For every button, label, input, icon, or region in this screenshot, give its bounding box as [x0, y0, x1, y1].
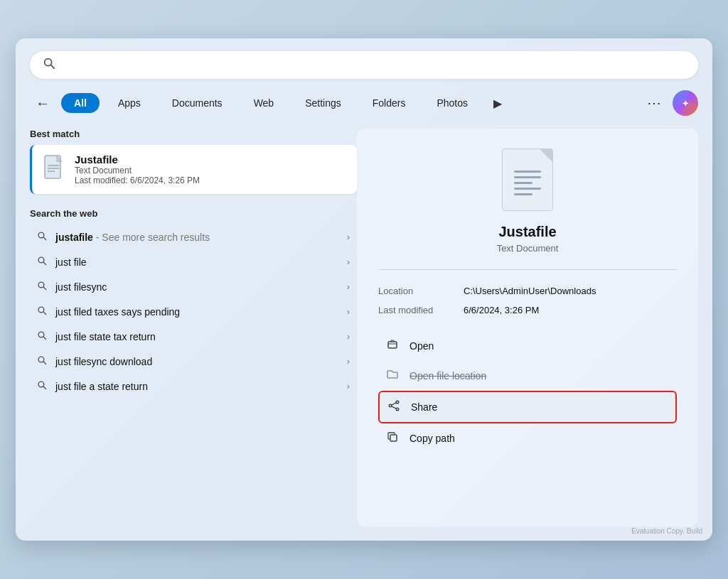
svg-line-11	[43, 262, 46, 265]
filter-web[interactable]: Web	[241, 93, 287, 113]
modified-label: Last modified	[378, 305, 449, 315]
web-item-3[interactable]: just filed taxes says pending ›	[30, 299, 357, 324]
action-open[interactable]: Open	[378, 331, 677, 361]
web-search-icon-4	[37, 330, 47, 342]
actions-list: Open Open file location Share	[378, 331, 677, 453]
web-search-icon-2	[37, 281, 47, 293]
detail-file-type: Text Document	[497, 243, 559, 254]
filter-bar: ← All Apps Documents Web Settings Folder…	[30, 90, 698, 116]
web-item-text-3: just filed taxes says pending	[55, 306, 338, 318]
file-line-1	[514, 171, 541, 173]
svg-point-25	[389, 404, 392, 407]
web-item-2[interactable]: just filesync ›	[30, 274, 357, 299]
best-match-title: Justafile	[75, 153, 200, 166]
web-search-icon-3	[37, 305, 47, 318]
svg-line-1	[51, 65, 55, 69]
modified-value: 6/6/2024, 3:26 PM	[464, 305, 539, 315]
svg-line-26	[392, 403, 397, 405]
web-item-text-4: just file state tax return	[55, 331, 338, 342]
play-button[interactable]: ▶	[486, 94, 509, 113]
file-line-3	[514, 182, 532, 184]
left-panel: Best match Justafile Text Document Last …	[30, 129, 357, 526]
web-item-1[interactable]: just file ›	[30, 249, 357, 274]
open-label: Open	[410, 340, 434, 352]
web-item-6[interactable]: just file a state return ›	[30, 374, 357, 399]
web-search-icon-0	[37, 231, 47, 243]
web-item-0[interactable]: justafile - See more search results ›	[30, 224, 357, 249]
web-search-icon-5	[37, 355, 47, 367]
search-icon	[43, 57, 55, 73]
filter-all[interactable]: All	[61, 93, 100, 113]
web-item-text-6: just file a state return	[55, 381, 338, 392]
filter-settings[interactable]: Settings	[292, 93, 354, 113]
web-item-text-0: justafile - See more search results	[55, 232, 338, 243]
location-label: Location	[378, 286, 449, 296]
filter-apps[interactable]: Apps	[105, 93, 154, 113]
action-copy-path[interactable]: Copy path	[378, 423, 677, 453]
svg-line-21	[43, 386, 46, 389]
best-match-item[interactable]: Justafile Text Document Last modified: 6…	[30, 145, 357, 194]
copy-path-label: Copy path	[410, 433, 455, 444]
chevron-icon-0: ›	[347, 232, 350, 242]
web-search-icon-6	[37, 380, 47, 392]
chevron-icon-2: ›	[347, 281, 350, 292]
file-lines	[514, 171, 541, 195]
chevron-icon-4: ›	[347, 331, 350, 342]
search-panel: justafile ← All Apps Documents Web Setti…	[16, 38, 712, 541]
detail-file-title: Justafile	[498, 224, 556, 240]
file-line-5	[514, 193, 532, 195]
svg-line-17	[43, 337, 46, 340]
web-search-section: Search the web justafile - See more sear…	[30, 208, 357, 399]
web-search-icon-1	[37, 256, 47, 268]
location-value: C:\Users\AdminUser\Downloads	[464, 286, 596, 296]
copy-icon	[385, 431, 400, 445]
main-content: Best match Justafile Text Document Last …	[30, 129, 698, 526]
chevron-icon-5: ›	[347, 356, 350, 367]
svg-rect-28	[390, 435, 397, 441]
web-search-label: Search the web	[30, 208, 357, 219]
filter-photos[interactable]: Photos	[424, 93, 481, 113]
file-line-2	[514, 176, 541, 178]
filter-folders[interactable]: Folders	[360, 93, 419, 113]
svg-point-24	[396, 408, 399, 411]
file-preview-icon	[502, 148, 553, 211]
file-details: Location C:\Users\AdminUser\Downloads La…	[378, 269, 677, 320]
best-match-label: Best match	[30, 129, 357, 139]
svg-point-23	[396, 401, 399, 404]
web-item-4[interactable]: just file state tax return ›	[30, 324, 357, 349]
detail-row-location: Location C:\Users\AdminUser\Downloads	[378, 281, 677, 301]
file-icon	[43, 154, 65, 185]
watermark-text: Evaluation Copy. Build	[631, 527, 702, 535]
web-item-text-1: just file	[55, 256, 338, 268]
svg-line-19	[43, 362, 46, 364]
search-input[interactable]: justafile	[63, 58, 685, 72]
file-line-4	[514, 188, 541, 190]
open-icon	[385, 339, 400, 353]
svg-rect-22	[388, 342, 397, 348]
web-item-5[interactable]: just filesync download ›	[30, 349, 357, 374]
detail-row-modified: Last modified 6/6/2024, 3:26 PM	[378, 301, 677, 320]
action-open-file-location[interactable]: Open file location	[378, 361, 677, 391]
chevron-icon-1: ›	[347, 256, 350, 267]
web-item-text-2: just filesync	[55, 281, 338, 293]
svg-line-9	[43, 237, 46, 240]
copilot-icon[interactable]: ✦	[673, 90, 698, 116]
filter-documents[interactable]: Documents	[159, 93, 235, 113]
chevron-icon-3: ›	[347, 306, 350, 317]
svg-line-13	[43, 287, 46, 290]
share-icon	[387, 400, 401, 414]
svg-line-27	[392, 406, 397, 408]
web-item-text-5: just filesync download	[55, 356, 338, 367]
more-button[interactable]: ⋯	[641, 92, 667, 114]
search-bar: justafile	[30, 51, 698, 79]
chevron-icon-6: ›	[347, 381, 350, 391]
svg-text:✦: ✦	[682, 99, 689, 109]
svg-line-15	[43, 312, 46, 315]
best-match-modified: Last modified: 6/6/2024, 3:26 PM	[75, 175, 200, 185]
share-label: Share	[411, 401, 437, 413]
open-file-location-label: Open file location	[410, 370, 486, 382]
back-button[interactable]: ←	[30, 92, 55, 114]
folder-icon	[385, 369, 400, 383]
best-match-subtitle: Text Document	[75, 166, 200, 175]
action-share[interactable]: Share	[378, 391, 677, 423]
